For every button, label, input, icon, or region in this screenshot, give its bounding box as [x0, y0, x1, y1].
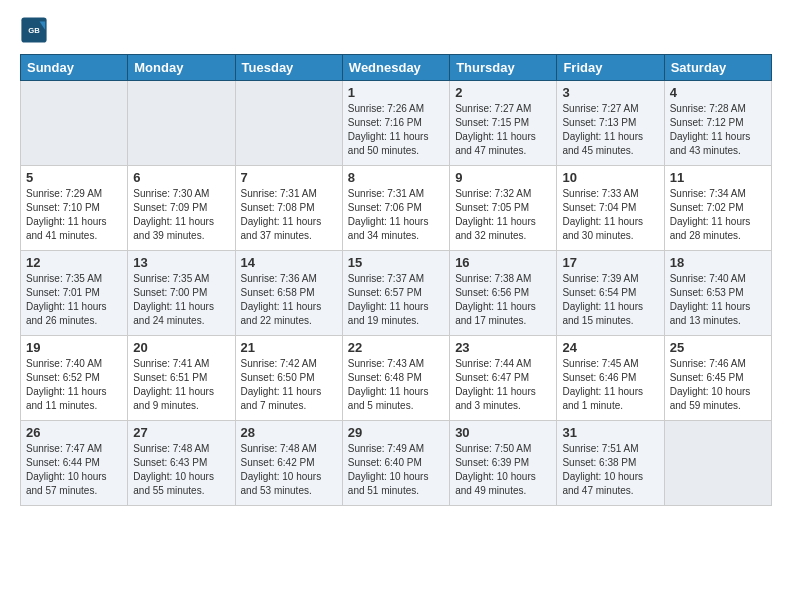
calendar-cell: 2Sunrise: 7:27 AM Sunset: 7:15 PM Daylig…: [450, 81, 557, 166]
calendar-cell: 6Sunrise: 7:30 AM Sunset: 7:09 PM Daylig…: [128, 166, 235, 251]
calendar-cell: [664, 421, 771, 506]
day-number: 27: [133, 425, 229, 440]
calendar-cell: 12Sunrise: 7:35 AM Sunset: 7:01 PM Dayli…: [21, 251, 128, 336]
calendar-cell: 30Sunrise: 7:50 AM Sunset: 6:39 PM Dayli…: [450, 421, 557, 506]
day-info: Sunrise: 7:42 AM Sunset: 6:50 PM Dayligh…: [241, 357, 337, 413]
calendar-cell: 21Sunrise: 7:42 AM Sunset: 6:50 PM Dayli…: [235, 336, 342, 421]
week-row-1: 1Sunrise: 7:26 AM Sunset: 7:16 PM Daylig…: [21, 81, 772, 166]
calendar-cell: 3Sunrise: 7:27 AM Sunset: 7:13 PM Daylig…: [557, 81, 664, 166]
calendar-cell: 5Sunrise: 7:29 AM Sunset: 7:10 PM Daylig…: [21, 166, 128, 251]
calendar-cell: 7Sunrise: 7:31 AM Sunset: 7:08 PM Daylig…: [235, 166, 342, 251]
calendar-cell: [21, 81, 128, 166]
day-info: Sunrise: 7:40 AM Sunset: 6:53 PM Dayligh…: [670, 272, 766, 328]
week-row-5: 26Sunrise: 7:47 AM Sunset: 6:44 PM Dayli…: [21, 421, 772, 506]
calendar-cell: 9Sunrise: 7:32 AM Sunset: 7:05 PM Daylig…: [450, 166, 557, 251]
day-number: 11: [670, 170, 766, 185]
day-number: 20: [133, 340, 229, 355]
calendar-cell: [128, 81, 235, 166]
day-number: 6: [133, 170, 229, 185]
day-info: Sunrise: 7:38 AM Sunset: 6:56 PM Dayligh…: [455, 272, 551, 328]
week-row-3: 12Sunrise: 7:35 AM Sunset: 7:01 PM Dayli…: [21, 251, 772, 336]
day-number: 23: [455, 340, 551, 355]
calendar-cell: 8Sunrise: 7:31 AM Sunset: 7:06 PM Daylig…: [342, 166, 449, 251]
day-number: 1: [348, 85, 444, 100]
day-number: 3: [562, 85, 658, 100]
calendar-cell: 31Sunrise: 7:51 AM Sunset: 6:38 PM Dayli…: [557, 421, 664, 506]
day-info: Sunrise: 7:48 AM Sunset: 6:42 PM Dayligh…: [241, 442, 337, 498]
day-info: Sunrise: 7:41 AM Sunset: 6:51 PM Dayligh…: [133, 357, 229, 413]
calendar-cell: 18Sunrise: 7:40 AM Sunset: 6:53 PM Dayli…: [664, 251, 771, 336]
day-number: 30: [455, 425, 551, 440]
calendar-cell: 16Sunrise: 7:38 AM Sunset: 6:56 PM Dayli…: [450, 251, 557, 336]
day-number: 8: [348, 170, 444, 185]
weekday-header-wednesday: Wednesday: [342, 55, 449, 81]
weekday-header-friday: Friday: [557, 55, 664, 81]
calendar-cell: 26Sunrise: 7:47 AM Sunset: 6:44 PM Dayli…: [21, 421, 128, 506]
calendar-cell: 19Sunrise: 7:40 AM Sunset: 6:52 PM Dayli…: [21, 336, 128, 421]
day-number: 14: [241, 255, 337, 270]
header: GB: [20, 16, 772, 44]
day-number: 18: [670, 255, 766, 270]
day-info: Sunrise: 7:49 AM Sunset: 6:40 PM Dayligh…: [348, 442, 444, 498]
day-info: Sunrise: 7:47 AM Sunset: 6:44 PM Dayligh…: [26, 442, 122, 498]
day-info: Sunrise: 7:40 AM Sunset: 6:52 PM Dayligh…: [26, 357, 122, 413]
day-info: Sunrise: 7:31 AM Sunset: 7:06 PM Dayligh…: [348, 187, 444, 243]
calendar-cell: 29Sunrise: 7:49 AM Sunset: 6:40 PM Dayli…: [342, 421, 449, 506]
day-info: Sunrise: 7:31 AM Sunset: 7:08 PM Dayligh…: [241, 187, 337, 243]
calendar-cell: 25Sunrise: 7:46 AM Sunset: 6:45 PM Dayli…: [664, 336, 771, 421]
day-number: 17: [562, 255, 658, 270]
day-info: Sunrise: 7:27 AM Sunset: 7:15 PM Dayligh…: [455, 102, 551, 158]
calendar-cell: 17Sunrise: 7:39 AM Sunset: 6:54 PM Dayli…: [557, 251, 664, 336]
day-number: 22: [348, 340, 444, 355]
day-info: Sunrise: 7:26 AM Sunset: 7:16 PM Dayligh…: [348, 102, 444, 158]
weekday-header-saturday: Saturday: [664, 55, 771, 81]
day-number: 15: [348, 255, 444, 270]
logo: GB: [20, 16, 50, 44]
calendar-cell: [235, 81, 342, 166]
day-info: Sunrise: 7:37 AM Sunset: 6:57 PM Dayligh…: [348, 272, 444, 328]
day-number: 28: [241, 425, 337, 440]
svg-text:GB: GB: [28, 26, 40, 35]
day-number: 7: [241, 170, 337, 185]
day-number: 29: [348, 425, 444, 440]
calendar-cell: 28Sunrise: 7:48 AM Sunset: 6:42 PM Dayli…: [235, 421, 342, 506]
day-number: 24: [562, 340, 658, 355]
calendar-cell: 27Sunrise: 7:48 AM Sunset: 6:43 PM Dayli…: [128, 421, 235, 506]
day-info: Sunrise: 7:35 AM Sunset: 7:00 PM Dayligh…: [133, 272, 229, 328]
calendar-table: SundayMondayTuesdayWednesdayThursdayFrid…: [20, 54, 772, 506]
calendar-cell: 11Sunrise: 7:34 AM Sunset: 7:02 PM Dayli…: [664, 166, 771, 251]
calendar-cell: 4Sunrise: 7:28 AM Sunset: 7:12 PM Daylig…: [664, 81, 771, 166]
day-number: 4: [670, 85, 766, 100]
calendar-cell: 22Sunrise: 7:43 AM Sunset: 6:48 PM Dayli…: [342, 336, 449, 421]
day-number: 5: [26, 170, 122, 185]
day-number: 19: [26, 340, 122, 355]
day-info: Sunrise: 7:29 AM Sunset: 7:10 PM Dayligh…: [26, 187, 122, 243]
day-info: Sunrise: 7:36 AM Sunset: 6:58 PM Dayligh…: [241, 272, 337, 328]
day-info: Sunrise: 7:30 AM Sunset: 7:09 PM Dayligh…: [133, 187, 229, 243]
day-number: 12: [26, 255, 122, 270]
calendar-cell: 13Sunrise: 7:35 AM Sunset: 7:00 PM Dayli…: [128, 251, 235, 336]
day-info: Sunrise: 7:32 AM Sunset: 7:05 PM Dayligh…: [455, 187, 551, 243]
calendar-page: GB SundayMondayTuesdayWednesdayThursdayF…: [0, 0, 792, 526]
day-info: Sunrise: 7:45 AM Sunset: 6:46 PM Dayligh…: [562, 357, 658, 413]
day-info: Sunrise: 7:33 AM Sunset: 7:04 PM Dayligh…: [562, 187, 658, 243]
weekday-header-tuesday: Tuesday: [235, 55, 342, 81]
day-number: 21: [241, 340, 337, 355]
day-number: 2: [455, 85, 551, 100]
day-info: Sunrise: 7:50 AM Sunset: 6:39 PM Dayligh…: [455, 442, 551, 498]
weekday-header-monday: Monday: [128, 55, 235, 81]
day-number: 13: [133, 255, 229, 270]
day-info: Sunrise: 7:43 AM Sunset: 6:48 PM Dayligh…: [348, 357, 444, 413]
day-info: Sunrise: 7:34 AM Sunset: 7:02 PM Dayligh…: [670, 187, 766, 243]
calendar-cell: 10Sunrise: 7:33 AM Sunset: 7:04 PM Dayli…: [557, 166, 664, 251]
day-number: 26: [26, 425, 122, 440]
day-info: Sunrise: 7:48 AM Sunset: 6:43 PM Dayligh…: [133, 442, 229, 498]
day-info: Sunrise: 7:39 AM Sunset: 6:54 PM Dayligh…: [562, 272, 658, 328]
logo-icon: GB: [20, 16, 48, 44]
week-row-2: 5Sunrise: 7:29 AM Sunset: 7:10 PM Daylig…: [21, 166, 772, 251]
calendar-cell: 20Sunrise: 7:41 AM Sunset: 6:51 PM Dayli…: [128, 336, 235, 421]
calendar-cell: 15Sunrise: 7:37 AM Sunset: 6:57 PM Dayli…: [342, 251, 449, 336]
calendar-cell: 14Sunrise: 7:36 AM Sunset: 6:58 PM Dayli…: [235, 251, 342, 336]
day-info: Sunrise: 7:44 AM Sunset: 6:47 PM Dayligh…: [455, 357, 551, 413]
day-info: Sunrise: 7:28 AM Sunset: 7:12 PM Dayligh…: [670, 102, 766, 158]
